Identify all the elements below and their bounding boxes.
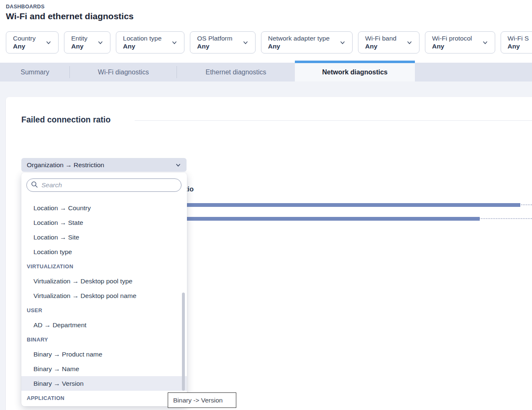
dropdown-options-list: Location → Country Location → State Loca… <box>21 201 187 405</box>
tab-network-diagnostics[interactable]: Network diagnostics <box>295 63 415 81</box>
chevron-down-icon <box>46 40 51 46</box>
dropdown-section-header: VIRTUALIZATION <box>21 259 187 274</box>
chevron-down-icon <box>407 40 412 46</box>
tab-label: Ethernet diagnostics <box>206 69 266 76</box>
tab-bar: Summary Wi-Fi diagnostics Ethernet diagn… <box>0 63 532 81</box>
chevron-down-icon <box>482 40 488 46</box>
main-content: Failed connection ratio Failed connectio… <box>0 81 532 410</box>
scrollbar-thumb[interactable] <box>182 293 185 391</box>
filter-pill-entity[interactable]: EntityAny <box>64 31 110 53</box>
dropdown-option[interactable]: Binary → Name <box>21 362 187 376</box>
filter-label: Location type <box>123 35 161 42</box>
breadcrumb: DASHBOARDS <box>6 4 45 10</box>
chevron-down-icon <box>340 40 345 46</box>
dropdown-option[interactable]: Binary → Product name <box>21 347 187 362</box>
filter-pill-wifi-s-truncated[interactable]: Wi-Fi SAny <box>501 31 532 53</box>
dropdown-option[interactable]: Location → State <box>21 215 187 230</box>
filter-value: Any <box>508 43 529 50</box>
filter-pill-network-adapter-type[interactable]: Network adapter typeAny <box>261 31 353 53</box>
chevron-down-icon <box>97 40 103 46</box>
filter-pill-country[interactable]: CountryAny <box>6 31 59 53</box>
filter-label: Network adapter type <box>268 35 330 42</box>
filter-value: Any <box>13 43 36 50</box>
filter-bar: CountryAny EntityAny Location typeAny OS… <box>6 31 532 55</box>
filter-value: Any <box>432 43 472 50</box>
failed-connection-ratio-panel: Failed connection ratio Failed connectio… <box>6 97 532 410</box>
panel-title: Failed connection ratio <box>21 115 110 125</box>
search-icon <box>31 181 38 190</box>
panel-title-rule <box>135 120 532 121</box>
tab-summary[interactable]: Summary <box>0 63 70 81</box>
dropdown-option[interactable]: Location type <box>21 244 187 259</box>
tab-wifi-diagnostics[interactable]: Wi-Fi diagnostics <box>70 63 177 81</box>
filter-label: Wi-Fi protocol <box>432 35 472 42</box>
filter-value: Any <box>268 43 330 50</box>
page-title: Wi-Fi and ethernet diagnostics <box>6 11 134 21</box>
search-input[interactable] <box>41 181 177 189</box>
filter-label: Wi-Fi band <box>365 35 396 42</box>
chevron-down-icon <box>243 40 248 46</box>
dropdown-option[interactable]: Virtualization → Desktop pool type <box>21 274 187 288</box>
dropdown-section-header: USER <box>21 303 187 318</box>
breakdown-select[interactable]: Organization → Restriction <box>21 158 187 172</box>
filter-label: Entity <box>71 35 87 42</box>
filter-value: Any <box>123 43 161 50</box>
filter-pill-wifi-protocol[interactable]: Wi-Fi protocolAny <box>425 31 495 53</box>
dropdown-search[interactable] <box>26 178 182 192</box>
dropdown-section-header: BINARY <box>21 332 187 347</box>
filter-pill-wifi-band[interactable]: Wi-Fi bandAny <box>358 31 419 53</box>
tab-ethernet-diagnostics[interactable]: Ethernet diagnostics <box>177 63 295 81</box>
dropdown-option-hovered[interactable]: Binary → Version <box>21 376 187 391</box>
tooltip-text: Binary -> Version <box>173 397 223 404</box>
filter-pill-os-platform[interactable]: OS PlatformAny <box>190 31 255 53</box>
dropdown-section-header: APPLICATION <box>21 391 187 405</box>
dropdown-option[interactable]: Location → Site <box>21 230 187 244</box>
dropdown-option[interactable]: Virtualization → Desktop pool name <box>21 288 187 303</box>
breakdown-selected-value: Organization → Restriction <box>27 161 175 169</box>
filter-value: Any <box>365 43 396 50</box>
chevron-down-icon <box>171 40 177 46</box>
tab-label: Wi-Fi diagnostics <box>98 69 149 76</box>
filter-label: Wi-Fi S <box>508 35 529 42</box>
hover-tooltip: Binary -> Version <box>168 392 236 408</box>
tab-label: Summary <box>20 69 49 76</box>
filter-value: Any <box>197 43 232 50</box>
dropdown-option[interactable]: AD → Department <box>21 318 187 332</box>
chevron-down-icon <box>175 162 181 168</box>
filter-value: Any <box>71 43 87 50</box>
filter-label: Country <box>13 35 36 42</box>
dropdown-option[interactable]: Location → Country <box>21 201 187 215</box>
filter-label: OS Platform <box>197 35 232 42</box>
filter-pill-location-type[interactable]: Location typeAny <box>116 31 184 53</box>
tab-label: Network diagnostics <box>322 69 387 76</box>
breakdown-dropdown-panel: Location → Country Location → State Loca… <box>21 173 187 406</box>
